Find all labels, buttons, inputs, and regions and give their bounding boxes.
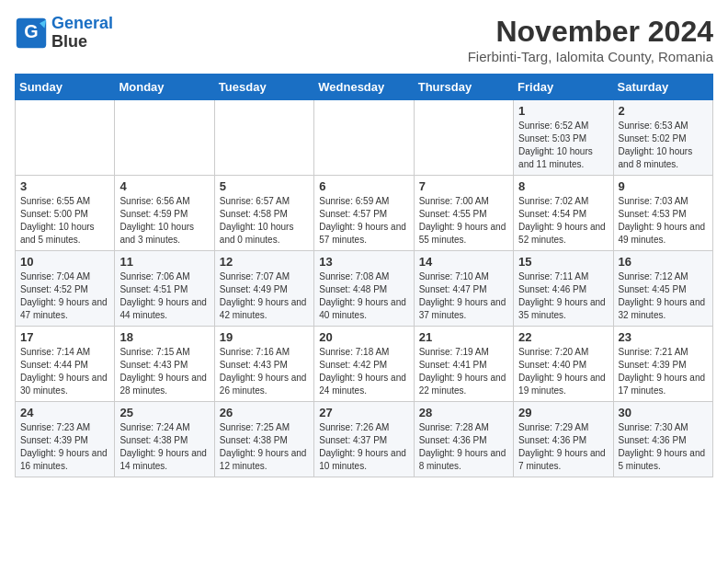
day-info: Sunrise: 6:55 AM Sunset: 5:00 PM Dayligh… [20, 195, 109, 247]
calendar-cell: 16Sunrise: 7:12 AM Sunset: 4:45 PM Dayli… [613, 251, 712, 327]
day-info: Sunrise: 7:30 AM Sunset: 4:36 PM Dayligh… [619, 421, 708, 473]
week-row-4: 17Sunrise: 7:14 AM Sunset: 4:44 PM Dayli… [16, 327, 713, 402]
day-number: 13 [319, 255, 408, 269]
week-row-5: 24Sunrise: 7:23 AM Sunset: 4:39 PM Dayli… [16, 402, 713, 477]
calendar-cell: 10Sunrise: 7:04 AM Sunset: 4:52 PM Dayli… [16, 251, 115, 327]
calendar-cell: 27Sunrise: 7:26 AM Sunset: 4:37 PM Dayli… [314, 402, 414, 477]
calendar-cell: 2Sunrise: 6:53 AM Sunset: 5:02 PM Daylig… [613, 100, 712, 176]
day-info: Sunrise: 7:11 AM Sunset: 4:46 PM Dayligh… [518, 270, 608, 322]
calendar-cell [16, 100, 115, 176]
calendar-cell: 19Sunrise: 7:16 AM Sunset: 4:43 PM Dayli… [214, 327, 313, 402]
day-info: Sunrise: 7:21 AM Sunset: 4:39 PM Dayligh… [619, 346, 708, 397]
day-number: 22 [518, 330, 608, 344]
day-info: Sunrise: 7:29 AM Sunset: 4:36 PM Dayligh… [518, 421, 608, 473]
day-number: 6 [319, 179, 408, 193]
calendar-cell: 5Sunrise: 6:57 AM Sunset: 4:58 PM Daylig… [214, 176, 313, 251]
week-row-2: 3Sunrise: 6:55 AM Sunset: 5:00 PM Daylig… [16, 176, 713, 251]
calendar-cell: 11Sunrise: 7:06 AM Sunset: 4:51 PM Dayli… [115, 251, 214, 327]
calendar-cell: 1Sunrise: 6:52 AM Sunset: 5:03 PM Daylig… [514, 100, 613, 176]
day-number: 20 [319, 330, 408, 344]
day-number: 9 [619, 179, 708, 193]
day-info: Sunrise: 7:25 AM Sunset: 4:38 PM Dayligh… [220, 421, 309, 473]
day-info: Sunrise: 7:16 AM Sunset: 4:43 PM Dayligh… [220, 346, 309, 397]
day-info: Sunrise: 7:10 AM Sunset: 4:47 PM Dayligh… [419, 270, 508, 322]
calendar-cell: 21Sunrise: 7:19 AM Sunset: 4:41 PM Dayli… [414, 327, 513, 402]
day-info: Sunrise: 7:24 AM Sunset: 4:38 PM Dayligh… [119, 421, 209, 473]
calendar-cell: 29Sunrise: 7:29 AM Sunset: 4:36 PM Dayli… [514, 402, 613, 477]
week-row-1: 1Sunrise: 6:52 AM Sunset: 5:03 PM Daylig… [16, 100, 713, 176]
day-number: 14 [419, 255, 508, 269]
calendar-cell: 26Sunrise: 7:25 AM Sunset: 4:38 PM Dayli… [214, 402, 313, 477]
day-info: Sunrise: 7:07 AM Sunset: 4:49 PM Dayligh… [220, 270, 309, 322]
calendar-cell: 28Sunrise: 7:28 AM Sunset: 4:36 PM Dayli… [414, 402, 513, 477]
day-number: 1 [518, 104, 608, 118]
calendar-cell: 22Sunrise: 7:20 AM Sunset: 4:40 PM Dayli… [514, 327, 613, 402]
page-header: G General Blue November 2024 Fierbinti-T… [15, 15, 713, 64]
day-number: 7 [419, 179, 508, 193]
calendar-cell: 18Sunrise: 7:15 AM Sunset: 4:43 PM Dayli… [115, 327, 214, 402]
calendar-cell: 3Sunrise: 6:55 AM Sunset: 5:00 PM Daylig… [16, 176, 115, 251]
day-info: Sunrise: 7:06 AM Sunset: 4:51 PM Dayligh… [119, 270, 209, 322]
day-number: 30 [619, 406, 708, 419]
calendar-cell: 8Sunrise: 7:02 AM Sunset: 4:54 PM Daylig… [514, 176, 613, 251]
calendar-cell: 30Sunrise: 7:30 AM Sunset: 4:36 PM Dayli… [613, 402, 712, 477]
day-info: Sunrise: 7:00 AM Sunset: 4:55 PM Dayligh… [419, 195, 508, 247]
calendar-cell: 25Sunrise: 7:24 AM Sunset: 4:38 PM Dayli… [115, 402, 214, 477]
calendar-cell: 14Sunrise: 7:10 AM Sunset: 4:47 PM Dayli… [414, 251, 513, 327]
calendar-cell [414, 100, 513, 176]
svg-text:G: G [24, 21, 38, 41]
day-header-friday: Friday [514, 75, 613, 100]
day-info: Sunrise: 6:56 AM Sunset: 4:59 PM Dayligh… [119, 195, 209, 247]
calendar-cell: 23Sunrise: 7:21 AM Sunset: 4:39 PM Dayli… [613, 327, 712, 402]
day-info: Sunrise: 7:14 AM Sunset: 4:44 PM Dayligh… [20, 346, 109, 397]
calendar-cell [115, 100, 214, 176]
day-number: 2 [619, 104, 708, 118]
calendar-cell: 20Sunrise: 7:18 AM Sunset: 4:42 PM Dayli… [314, 327, 414, 402]
day-header-wednesday: Wednesday [314, 75, 414, 100]
calendar-cell [314, 100, 414, 176]
day-info: Sunrise: 7:08 AM Sunset: 4:48 PM Dayligh… [319, 270, 408, 322]
day-header-saturday: Saturday [613, 75, 712, 100]
day-number: 25 [119, 406, 209, 419]
day-number: 23 [619, 330, 708, 344]
day-info: Sunrise: 7:28 AM Sunset: 4:36 PM Dayligh… [419, 421, 508, 473]
day-number: 5 [220, 179, 309, 193]
day-info: Sunrise: 6:59 AM Sunset: 4:57 PM Dayligh… [319, 195, 408, 247]
day-info: Sunrise: 6:57 AM Sunset: 4:58 PM Dayligh… [220, 195, 309, 247]
day-header-tuesday: Tuesday [214, 75, 313, 100]
day-info: Sunrise: 7:19 AM Sunset: 4:41 PM Dayligh… [419, 346, 508, 397]
calendar-cell: 13Sunrise: 7:08 AM Sunset: 4:48 PM Dayli… [314, 251, 414, 327]
day-number: 29 [518, 406, 608, 419]
day-number: 17 [20, 330, 109, 344]
day-number: 18 [119, 330, 209, 344]
day-number: 19 [220, 330, 309, 344]
day-info: Sunrise: 7:23 AM Sunset: 4:39 PM Dayligh… [20, 421, 109, 473]
days-header-row: SundayMondayTuesdayWednesdayThursdayFrid… [16, 75, 713, 100]
calendar-subtitle: Fierbinti-Targ, Ialomita County, Romania [468, 49, 713, 64]
calendar-cell [214, 100, 313, 176]
day-number: 8 [518, 179, 608, 193]
calendar-cell: 9Sunrise: 7:03 AM Sunset: 4:53 PM Daylig… [613, 176, 712, 251]
day-header-sunday: Sunday [16, 75, 115, 100]
calendar-cell: 4Sunrise: 6:56 AM Sunset: 4:59 PM Daylig… [115, 176, 214, 251]
day-info: Sunrise: 7:15 AM Sunset: 4:43 PM Dayligh… [119, 346, 209, 397]
calendar-title: November 2024 [468, 15, 713, 49]
day-number: 27 [319, 406, 408, 419]
logo-icon: G [15, 17, 48, 50]
day-number: 4 [119, 179, 209, 193]
day-number: 28 [419, 406, 508, 419]
logo: G General Blue [15, 15, 113, 52]
day-info: Sunrise: 6:53 AM Sunset: 5:02 PM Dayligh… [619, 120, 708, 171]
day-number: 12 [220, 255, 309, 269]
week-row-3: 10Sunrise: 7:04 AM Sunset: 4:52 PM Dayli… [16, 251, 713, 327]
calendar-cell: 15Sunrise: 7:11 AM Sunset: 4:46 PM Dayli… [514, 251, 613, 327]
day-info: Sunrise: 7:20 AM Sunset: 4:40 PM Dayligh… [518, 346, 608, 397]
day-info: Sunrise: 7:18 AM Sunset: 4:42 PM Dayligh… [319, 346, 408, 397]
day-number: 21 [419, 330, 508, 344]
day-number: 10 [20, 255, 109, 269]
day-number: 3 [20, 179, 109, 193]
logo-text: General Blue [51, 15, 113, 52]
day-info: Sunrise: 7:12 AM Sunset: 4:45 PM Dayligh… [619, 270, 708, 322]
day-header-thursday: Thursday [414, 75, 513, 100]
day-number: 16 [619, 255, 708, 269]
